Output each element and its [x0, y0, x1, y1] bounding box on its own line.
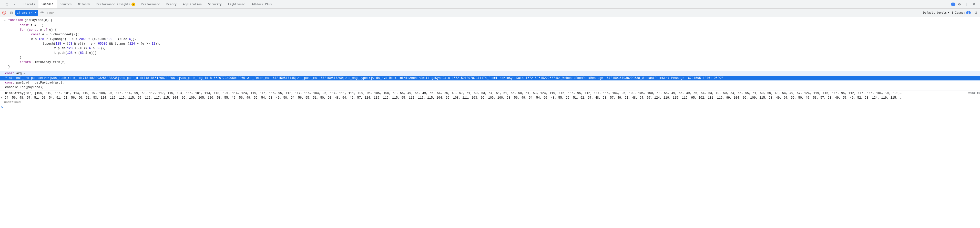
tab-performance-insights[interactable]: Performance insights ▲ — [93, 0, 138, 9]
performance-badge: ▲ — [132, 3, 135, 6]
code-line-1: ◂ function getPayLoad(e) { — [0, 18, 980, 23]
expand-arrow[interactable]: ▸ — [1, 95, 5, 100]
tab-security[interactable]: Security — [205, 0, 225, 9]
default-levels-dropdown[interactable]: Default levels ▾ — [923, 11, 950, 14]
console-prompt: > — [0, 105, 980, 111]
code-line-4: const e = o.charCodeAt(0); — [0, 32, 980, 37]
output-line-1: Uint8Array(387) [105, 110, 116, 101, 114… — [0, 91, 980, 95]
issue-count: 1 — [966, 11, 971, 14]
tab-network[interactable]: Network — [75, 0, 93, 9]
eye-button[interactable]: 👁 — [39, 10, 45, 16]
code-line-7: t.push(128 + (e >> 6 & 63)), — [0, 46, 980, 51]
tab-adblock-plus[interactable]: Adblock Plus — [248, 0, 275, 9]
const-arg-declaration: const arg = — [0, 71, 980, 76]
arg-value-line: "internal_src:pushserver|wss_push_room_i… — [0, 76, 980, 81]
output-line-2: ▸ 54, 56, 48, 57, 51, 50, 54, 51, 51, 56… — [0, 95, 980, 100]
console-settings-button[interactable]: ⚙ — [973, 10, 979, 16]
filter-toggle-button[interactable]: ⊡ — [8, 10, 14, 16]
code-line-3: for (const o of e) { — [0, 28, 980, 32]
tab-performance[interactable]: Performance — [138, 0, 164, 9]
tab-right-area: 1 ⚙ ⋮ ✕ — [951, 1, 979, 8]
close-devtools-button[interactable]: ✕ — [971, 1, 977, 8]
tab-count-badge: 1 — [951, 3, 955, 6]
tabs-container: Elements Console Sources Network Perform… — [19, 0, 951, 9]
tab-memory[interactable]: Memory — [163, 0, 180, 9]
code-line-6: t.push(128 + (63 & e))) : e < 65536 && (… — [0, 41, 980, 46]
tab-console[interactable]: Console — [38, 0, 57, 8]
prompt-arrow: > — [1, 105, 3, 110]
code-line-11: } — [0, 65, 980, 69]
clear-console-button[interactable]: 🚫 — [1, 10, 7, 16]
console-output: ◂ function getPayLoad(e) { const t = [];… — [0, 17, 980, 228]
tab-lighthouse[interactable]: Lighthouse — [225, 0, 248, 9]
code-line-5: e < 128 ? t.push(e) : e < 2048 ? (t.push… — [0, 37, 980, 41]
console-prompt-input[interactable] — [5, 106, 979, 109]
toolbar-right: Default levels ▾ 1 Issue: 1 ⚙ — [923, 10, 979, 16]
default-levels-arrow: ▾ — [948, 11, 950, 14]
issue-badge-area: 1 Issue: 1 — [951, 11, 971, 14]
iframe-dropdown-arrow: ▾ — [35, 11, 37, 14]
inspect-element-button[interactable]: ⬚ — [3, 1, 9, 8]
settings-button[interactable]: ⚙ — [956, 1, 963, 8]
code-line-10: return Uint8Array.from(t) — [0, 60, 980, 65]
code-line-2: const t = []; — [0, 23, 980, 28]
more-options-button[interactable]: ⋮ — [964, 1, 970, 8]
filter-input[interactable] — [46, 11, 922, 14]
tab-application[interactable]: Application — [180, 0, 205, 9]
payload-line: const payload = getPayLoad(arg); — [0, 81, 980, 85]
console-log-line: console.log(payload); — [0, 85, 980, 90]
tab-sources[interactable]: Sources — [57, 0, 75, 9]
code-line-8: t.push(128 + (63 & e))) — [0, 51, 980, 55]
tab-elements[interactable]: Elements — [19, 0, 38, 9]
tab-bar: ⬚ ▭ Elements Console Sources Network Per… — [0, 0, 980, 9]
device-toolbar-button[interactable]: ▭ — [10, 1, 16, 8]
console-toolbar: 🚫 ⊡ iframe (·) ▾ 👁 Default levels ▾ 1 Is… — [0, 9, 980, 17]
undefined-line: undefined — [0, 100, 980, 105]
code-line-9: } — [0, 55, 980, 60]
output-source: VM48:15 — [966, 91, 980, 95]
tab-icon-area: ⬚ ▭ — [1, 1, 19, 8]
iframe-selector[interactable]: iframe (·) ▾ — [15, 10, 38, 16]
